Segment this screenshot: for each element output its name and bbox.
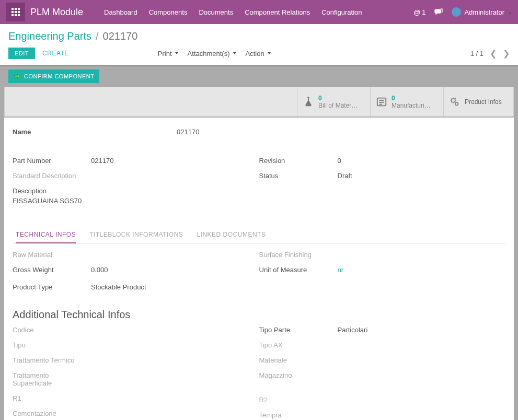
menu-documents[interactable]: Documents	[199, 8, 233, 16]
value-tipo-parte: Particolari	[338, 326, 368, 334]
stat-mfg-count: 0	[392, 95, 431, 102]
confirm-label: CONFIRM COMPONENT	[24, 73, 94, 79]
label-tipo-ax: Tipo AX	[259, 341, 338, 349]
form-sheet-wrap: Name 021170 Part Number 021170 Standard …	[0, 118, 518, 420]
tab-technical-infos[interactable]: TECHNICAL INFOS	[16, 228, 76, 243]
field-surface-finishing: Surface Finishing	[259, 251, 506, 259]
label-raw-material: Raw Material	[13, 251, 91, 259]
tab-linked-documents[interactable]: LINKED DOCUMENTS	[197, 228, 266, 243]
svg-rect-1	[15, 8, 17, 10]
stat-buttons: 0 Bill of Mater… 0 Manufacturi… Product …	[4, 87, 514, 116]
breadcrumb-separator: /	[96, 30, 99, 42]
menu-components[interactable]: Components	[149, 8, 188, 16]
notebook-tabs: TECHNICAL INFOS TITLEBLOCK INFORMATIONS …	[13, 228, 505, 243]
field-product-type: Product Type Stockable Product	[13, 283, 259, 291]
status-bar: CONFIRM COMPONENT	[0, 65, 518, 87]
attachments-dropdown[interactable]: Attachment(s)	[188, 50, 236, 57]
field-name-row: Name 021170	[13, 128, 505, 136]
value-product-type: Stockable Product	[91, 283, 146, 291]
pager-next[interactable]: ❯	[503, 49, 510, 59]
edit-button[interactable]: EDIT	[8, 48, 35, 59]
field-part-number: Part Number 021170	[13, 157, 259, 165]
label-codice: Codice	[13, 326, 91, 334]
field-uom: Unit of Measure nr	[259, 266, 506, 274]
navbar-right: @ 1 Administrator	[414, 7, 512, 17]
user-menu[interactable]: Administrator	[452, 7, 512, 17]
value-gross-weight: 0.000	[91, 266, 108, 274]
stat-bom-count: 0	[318, 95, 358, 102]
svg-rect-6	[11, 14, 14, 16]
stat-manufacturing-button[interactable]: 0 Manufacturi…	[370, 87, 443, 116]
svg-rect-2	[18, 8, 20, 10]
svg-rect-8	[18, 14, 20, 16]
breadcrumb: Engineering Parts / 021170	[0, 24, 518, 45]
svg-rect-7	[15, 14, 17, 16]
value-description: FISSAGUAINA SGS70	[13, 197, 82, 205]
svg-rect-5	[18, 11, 20, 13]
section-additional-technical-infos: Additional Technical Infos	[13, 309, 505, 321]
label-status: Status	[259, 172, 338, 180]
field-raw-material: Raw Material	[13, 251, 259, 259]
label-name: Name	[13, 128, 177, 136]
stat-prodinfo-label: Product Infos	[465, 98, 502, 106]
main-menu: Dashboard Components Documents Component…	[104, 8, 413, 16]
label-part-number: Part Number	[13, 157, 91, 165]
pager-prev[interactable]: ❮	[490, 49, 497, 59]
label-materiale: Materiale	[259, 356, 338, 364]
print-dropdown[interactable]: Print	[158, 50, 178, 57]
create-button[interactable]: CREATE	[42, 50, 69, 57]
apps-launcher-button[interactable]	[6, 3, 25, 21]
label-tipo: Tipo	[13, 341, 91, 349]
svg-rect-4	[15, 11, 17, 13]
field-revision: Revision 0	[259, 157, 506, 165]
label-cementazione: Cementazione	[13, 410, 91, 417]
value-uom[interactable]: nr	[338, 266, 344, 274]
discuss-button[interactable]	[434, 8, 443, 16]
label-gross-weight: Gross Weight	[13, 266, 91, 274]
form-sheet: Name 021170 Part Number 021170 Standard …	[4, 118, 514, 420]
flask-icon	[303, 96, 314, 108]
app-brand[interactable]: PLM Module	[30, 7, 83, 18]
label-r1: R1	[13, 394, 91, 402]
value-part-number: 021170	[91, 157, 113, 165]
menu-configuration[interactable]: Configuration	[321, 8, 362, 16]
field-tipo-parte: Tipo Parte Particolari	[259, 326, 506, 334]
stat-product-infos-button[interactable]: Product Infos	[443, 87, 513, 116]
stat-bom-label: Bill of Mater…	[318, 102, 358, 109]
menu-component-relations[interactable]: Component Relations	[245, 8, 310, 16]
breadcrumb-current: 021170	[103, 30, 138, 42]
breadcrumb-parent[interactable]: Engineering Parts	[8, 30, 91, 42]
label-description: Description	[13, 187, 91, 195]
label-r2: R2	[259, 396, 338, 404]
list-icon	[376, 96, 387, 108]
field-std-description: Standard Description	[13, 172, 259, 180]
menu-dashboard[interactable]: Dashboard	[104, 8, 137, 16]
user-name: Administrator	[464, 8, 504, 16]
value-name: 021170	[177, 128, 199, 136]
control-panel: EDIT CREATE Print Attachment(s) Action 1…	[0, 45, 518, 65]
confirm-component-button[interactable]: CONFIRM COMPONENT	[8, 69, 99, 83]
top-navbar: PLM Module Dashboard Components Document…	[0, 0, 518, 24]
field-description-value: FISSAGUAINA SGS70	[13, 197, 259, 205]
tab-titleblock-informations[interactable]: TITLEBLOCK INFORMATIONS	[89, 228, 183, 243]
action-dropdown[interactable]: Action	[246, 50, 271, 57]
label-tratt-termico: Trattamento Termico	[13, 356, 91, 364]
field-gross-weight: Gross Weight 0.000	[13, 266, 259, 274]
label-tratt-superficiale: Trattamento Supaerficiale	[13, 371, 75, 387]
gears-icon	[449, 96, 461, 108]
value-revision: 0	[338, 157, 341, 165]
stat-mfg-label: Manufacturi…	[392, 102, 431, 109]
value-status: Draft	[338, 172, 352, 180]
chat-icon	[434, 8, 443, 16]
label-uom: Unit of Measure	[259, 266, 338, 274]
pager-value[interactable]: 1 / 1	[470, 50, 484, 57]
mail-count: 1	[422, 8, 425, 16]
label-magazzino: Magazzino	[259, 371, 338, 379]
field-status: Status Draft	[259, 172, 506, 180]
field-description-label: Description	[13, 187, 259, 195]
stat-row-outer: 0 Bill of Mater… 0 Manufacturi… Product …	[0, 87, 518, 118]
chevron-down-icon	[508, 8, 512, 16]
label-surface-finishing: Surface Finishing	[259, 251, 338, 259]
mail-indicator[interactable]: @ 1	[414, 8, 426, 16]
stat-bom-button[interactable]: 0 Bill of Mater…	[297, 87, 370, 116]
